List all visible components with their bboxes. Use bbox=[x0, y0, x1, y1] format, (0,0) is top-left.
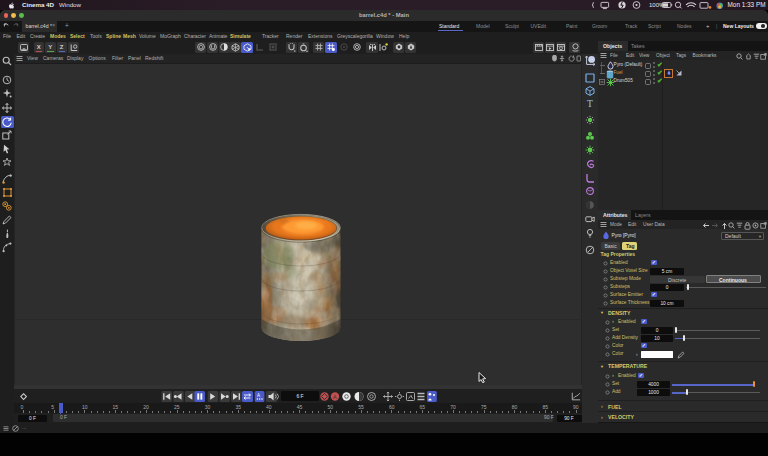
svg-text:A: A bbox=[257, 392, 260, 397]
svg-text:A: A bbox=[333, 393, 337, 399]
